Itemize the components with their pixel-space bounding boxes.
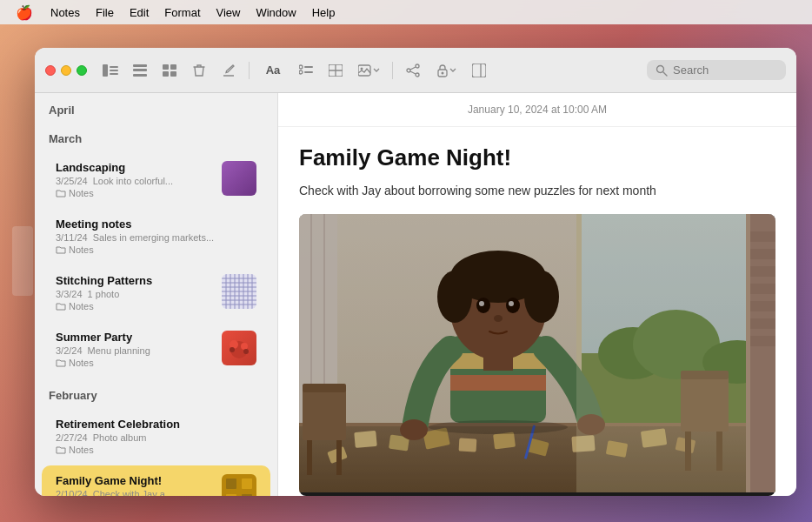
folder-icon — [56, 358, 66, 367]
svg-point-22 — [416, 73, 419, 77]
note-title-stitching: Stitching Patterns — [56, 274, 215, 287]
share-icon — [406, 64, 420, 77]
toolbar: Aa — [35, 48, 796, 93]
svg-rect-6 — [133, 74, 147, 77]
table-icon — [329, 64, 343, 77]
svg-point-26 — [441, 71, 443, 74]
note-folder-summer: Notes — [56, 358, 215, 368]
photo-icon — [358, 64, 372, 77]
svg-line-23 — [410, 67, 416, 70]
checklist-icon — [299, 64, 313, 77]
table-button[interactable] — [323, 57, 349, 84]
folder-icon — [56, 302, 66, 311]
svg-rect-3 — [110, 73, 118, 75]
svg-rect-0 — [103, 64, 108, 77]
sidebar: April March Landscaping 3/25/24 Look int… — [35, 93, 278, 496]
trash-icon — [193, 64, 205, 77]
svg-rect-55 — [242, 494, 252, 496]
maximize-button[interactable] — [77, 65, 87, 76]
note-item-summer[interactable]: Summer Party 3/2/24 Menu planning Notes — [42, 322, 270, 377]
menu-file[interactable]: File — [89, 4, 121, 21]
list-view-icon — [133, 64, 147, 77]
folder-icon — [56, 245, 66, 254]
sidebar-toggle-button[interactable] — [97, 57, 123, 84]
note-editor: January 10, 2024 at 10:00 AM Family Game… — [278, 93, 796, 496]
svg-rect-8 — [170, 64, 176, 70]
more-button[interactable] — [466, 57, 492, 84]
toolbar-separator-1 — [249, 62, 250, 79]
note-editor-text: Check with Jay about borrowing some new … — [299, 182, 775, 200]
menu-window[interactable]: Window — [249, 4, 303, 21]
gallery-view-button[interactable] — [156, 57, 183, 84]
note-meta-stitching: 3/3/24 1 photo — [56, 288, 215, 299]
menu-notes[interactable]: Notes — [43, 4, 87, 21]
svg-rect-9 — [163, 71, 169, 77]
gallery-view-icon — [163, 64, 176, 77]
svg-line-30 — [663, 72, 667, 76]
note-item-stitching[interactable]: Stitching Patterns 3/3/24 1 photo Notes — [42, 265, 270, 320]
note-folder-retirement: Notes — [56, 445, 256, 455]
folder-label: Notes — [69, 301, 94, 311]
svg-point-58 — [243, 489, 248, 494]
svg-rect-27 — [472, 64, 486, 77]
apple-menu[interactable]: 🍎 — [7, 4, 42, 21]
svg-rect-54 — [226, 494, 236, 496]
note-preview-retirement: Photo album — [93, 432, 147, 443]
note-date-summer: 3/2/24 — [56, 345, 83, 356]
menu-view[interactable]: View — [210, 4, 248, 21]
note-item-retirement[interactable]: Retirement Celebration 2/27/24 Photo alb… — [42, 409, 270, 464]
folder-label: Notes — [69, 188, 94, 198]
note-item-family-game[interactable]: Family Game Night! 2/10/24 Check with Ja… — [42, 465, 270, 496]
folder-label: Notes — [69, 445, 94, 455]
note-item-meeting[interactable]: Meeting notes 3/11/24 Sales in emerging … — [42, 209, 270, 264]
note-thumbnail-landscaping — [222, 161, 256, 196]
menu-format[interactable]: Format — [157, 4, 207, 21]
section-february: February — [35, 378, 277, 407]
svg-rect-10 — [170, 71, 176, 77]
svg-point-50 — [243, 349, 249, 354]
note-folder-meeting: Notes — [56, 244, 256, 255]
svg-rect-7 — [163, 64, 169, 70]
svg-point-11 — [299, 65, 303, 69]
note-content-landscaping: Landscaping 3/25/24 Look into colorful..… — [56, 161, 215, 198]
lock-button[interactable] — [429, 57, 463, 84]
menubar: 🍎 Notes File Edit Format View Window Hel… — [0, 0, 812, 24]
svg-rect-5 — [133, 69, 147, 71]
svg-line-24 — [410, 71, 416, 74]
main-content: April March Landscaping 3/25/24 Look int… — [35, 93, 796, 496]
checklist-button[interactable] — [293, 57, 319, 84]
note-preview-stitching: 1 photo — [88, 289, 120, 299]
close-button[interactable] — [45, 65, 56, 76]
search-input[interactable] — [673, 64, 777, 77]
note-folder-stitching: Notes — [56, 301, 215, 311]
note-title-landscaping: Landscaping — [56, 161, 215, 174]
menu-help[interactable]: Help — [305, 4, 343, 21]
new-note-button[interactable] — [216, 57, 242, 84]
compose-icon — [222, 64, 236, 77]
minimize-button[interactable] — [61, 65, 71, 76]
search-icon — [656, 64, 668, 77]
search-box[interactable] — [647, 60, 786, 80]
note-item-landscaping[interactable]: Landscaping 3/25/24 Look into colorful..… — [42, 152, 270, 207]
note-meta-meeting: 3/11/24 Sales in emerging markets... — [56, 231, 256, 243]
lock-chevron-icon — [449, 67, 456, 74]
lock-icon — [436, 64, 449, 77]
delete-note-button[interactable] — [186, 57, 212, 84]
note-preview-landscaping: Look into colorful... — [93, 176, 173, 186]
folder-icon — [56, 189, 66, 197]
text-format-button[interactable]: Aa — [256, 57, 290, 84]
note-content-meeting: Meeting notes 3/11/24 Sales in emerging … — [56, 218, 256, 255]
note-folder-landscaping: Notes — [56, 188, 215, 198]
media-button[interactable] — [352, 57, 385, 84]
puzzle-thumb-svg — [222, 474, 256, 496]
note-meta-retirement: 2/27/24 Photo album — [56, 432, 256, 443]
folder-label: Notes — [69, 244, 94, 255]
svg-rect-1 — [110, 66, 118, 68]
traffic-lights — [45, 65, 87, 76]
svg-point-13 — [299, 70, 303, 74]
puzzle-scene-svg — [299, 214, 775, 492]
list-view-button[interactable] — [127, 57, 153, 84]
note-editor-body[interactable]: Family Game Night! Check with Jay about … — [278, 127, 796, 496]
share-button[interactable] — [400, 57, 426, 84]
menu-edit[interactable]: Edit — [123, 4, 156, 21]
